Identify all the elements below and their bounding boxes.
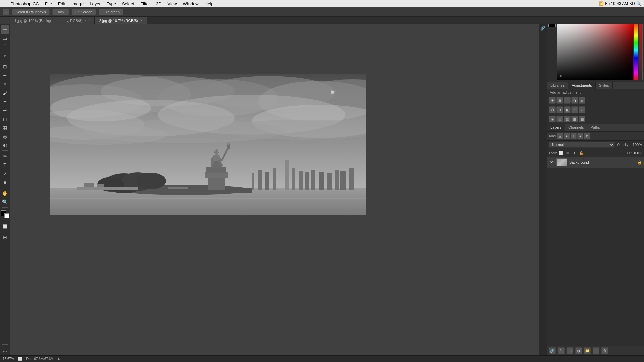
blend-mode-select[interactable]: Normal — [549, 142, 615, 148]
color-swatch[interactable] — [1, 210, 9, 218]
filter-kind-type[interactable]: T — [571, 133, 577, 139]
healing-tool[interactable]: ⚕ — [1, 80, 9, 88]
tab-2-close[interactable]: ✕ — [140, 19, 143, 22]
menu-help[interactable]: Help — [202, 1, 216, 7]
lock-all-btn[interactable]: 🔒 — [579, 150, 584, 156]
eyedropper-tool[interactable]: ✒ — [1, 71, 9, 79]
panel-collapse-icon-3[interactable]: 🔗 — [540, 25, 546, 32]
lasso-tool[interactable]: ⌒ — [1, 43, 9, 51]
new-group-btn[interactable]: 📁 — [584, 347, 591, 354]
filter-kind-smart[interactable]: ⚙ — [584, 133, 590, 139]
extra-tools[interactable]: … — [1, 346, 9, 354]
shape-tool[interactable]: ■ — [1, 178, 9, 186]
brush-tool[interactable]: 🖌 — [1, 89, 9, 97]
adjustments-tab[interactable]: Adjustments — [568, 82, 596, 89]
adj-threshold[interactable]: ▥ — [564, 116, 571, 122]
tool-mode-icon[interactable]: ↔ — [3, 9, 9, 15]
lib-adj-panel: Libraries Adjustments Styles Add an adju… — [547, 82, 644, 124]
quick-select-tool[interactable]: ⌀ — [1, 52, 9, 60]
delete-layer-btn[interactable]: 🗑 — [601, 347, 608, 354]
zoom-tool[interactable]: 🔍 — [1, 198, 9, 206]
link-layers-btn[interactable]: 🔗 — [549, 347, 556, 354]
adj-gradient-map[interactable]: ▓ — [571, 116, 578, 122]
zoom-100-btn[interactable]: 100% — [52, 9, 69, 15]
text-tool[interactable]: T — [1, 161, 9, 169]
tab-1[interactable]: 1.jpg @ 100% (Background copy, RGB/8) * … — [10, 17, 95, 24]
new-layer-btn[interactable]: + — [593, 347, 599, 354]
pen-tool[interactable]: ✏ — [1, 152, 9, 160]
marquee-tool[interactable]: ▭ — [1, 34, 9, 42]
background-color[interactable] — [4, 213, 9, 218]
tab-2[interactable]: 2.jpg @ 16.7% (RGB/8) ✕ — [95, 17, 147, 24]
dodge-tool[interactable]: ◐ — [1, 141, 9, 149]
eraser-tool[interactable]: ◻ — [1, 115, 9, 123]
apple-menu[interactable]:  — [3, 1, 4, 6]
adj-posterize[interactable]: ▤ — [556, 116, 563, 122]
adj-invert[interactable]: ◉ — [549, 116, 556, 122]
user-initials: KD — [629, 1, 635, 6]
styles-tab[interactable]: Styles — [596, 82, 613, 89]
crop-tool[interactable]: ⊡ — [1, 63, 9, 71]
svg-rect-19 — [50, 198, 366, 199]
adj-curves[interactable]: ⌒ — [564, 97, 571, 104]
hand-tool[interactable]: ✋ — [1, 189, 9, 197]
adj-channel[interactable]: ⊕ — [579, 106, 585, 113]
menu-filter[interactable]: Filter — [138, 1, 153, 7]
color-gradient[interactable] — [557, 20, 633, 80]
tab-1-close[interactable]: ✕ — [88, 19, 90, 22]
layers-tab[interactable]: Layers — [547, 124, 565, 131]
new-adjustment-btn[interactable]: ◑ — [575, 347, 582, 354]
menu-type[interactable]: Type — [104, 1, 119, 7]
adj-exposure[interactable]: ◑ — [571, 97, 578, 104]
add-mask-btn[interactable]: ◻ — [567, 347, 573, 354]
history-brush[interactable]: ↩ — [1, 106, 9, 114]
filter-kind-pixel[interactable]: 🖼 — [557, 133, 563, 139]
layer-visibility-icon[interactable]: 👁 — [549, 160, 554, 165]
menu-image[interactable]: Image — [69, 1, 86, 7]
menu-window[interactable]: Window — [180, 1, 201, 7]
path-select-tool[interactable]: ↗ — [1, 170, 9, 178]
filter-kind-shape[interactable]: ■ — [577, 133, 583, 139]
menu-edit[interactable]: Edit — [55, 1, 68, 7]
filter-kind-adjust[interactable]: ☯ — [564, 133, 570, 139]
gradient-tool[interactable]: ▦ — [1, 124, 9, 132]
fill-screen-btn[interactable]: Fill Screen — [99, 9, 123, 15]
paths-tab[interactable]: Paths — [587, 124, 603, 131]
screen-mode-btn[interactable]: ⊞ — [1, 233, 9, 241]
add-style-btn[interactable]: fx — [558, 347, 565, 354]
adj-levels[interactable]: ▦ — [556, 97, 563, 104]
opacity-value[interactable]: 100% — [631, 143, 642, 147]
alpha-bar[interactable] — [639, 20, 643, 80]
blur-tool[interactable]: ◎ — [1, 132, 9, 140]
quick-mask-btn[interactable]: ⬜ — [1, 222, 9, 230]
menu-view[interactable]: View — [165, 1, 180, 7]
adj-brightness[interactable]: ☀ — [549, 97, 556, 104]
menu-file[interactable]: File — [42, 1, 55, 7]
libraries-tab[interactable]: Libraries — [547, 82, 568, 89]
menu-layer[interactable]: Layer — [87, 1, 103, 7]
lock-position-btn[interactable]: ✛ — [572, 150, 577, 156]
adj-photo[interactable]: ⌂ — [571, 106, 578, 113]
channels-tab[interactable]: Channels — [565, 124, 587, 131]
lock-transparent-btn[interactable]: ⬜ — [558, 150, 564, 156]
status-zoom-icon[interactable]: ⬜ — [18, 357, 22, 361]
fit-screen-btn[interactable]: Fit Screen — [72, 9, 96, 15]
adj-selective[interactable]: ▦ — [579, 116, 585, 122]
search-icon[interactable]: 🔍 — [636, 1, 641, 6]
clone-tool[interactable]: ✦ — [1, 98, 9, 106]
scroll-all-windows-btn[interactable]: Scroll All Windows — [12, 9, 50, 15]
color-hue-bar[interactable] — [634, 20, 638, 80]
canvas-area[interactable]: ☛ — [10, 24, 547, 355]
menu-photoshop[interactable]: Photoshop CC — [8, 1, 42, 7]
adj-colorbalance[interactable]: ⊛ — [556, 106, 563, 113]
fill-value[interactable]: 100% — [633, 151, 642, 155]
move-tool[interactable]: ✛ — [1, 25, 9, 34]
adj-hsl[interactable]: ⬡ — [549, 106, 556, 113]
lock-pixels-btn[interactable]: ✏ — [565, 150, 571, 156]
menu-3d[interactable]: 3D — [153, 1, 164, 7]
layer-background[interactable]: 👁 Background 🔒 — [547, 157, 644, 168]
menu-select[interactable]: Select — [119, 1, 137, 7]
adj-bw[interactable]: ◧ — [564, 106, 571, 113]
status-arrow[interactable]: ▶ — [58, 357, 60, 361]
adj-vibrance[interactable]: ◈ — [579, 97, 585, 104]
